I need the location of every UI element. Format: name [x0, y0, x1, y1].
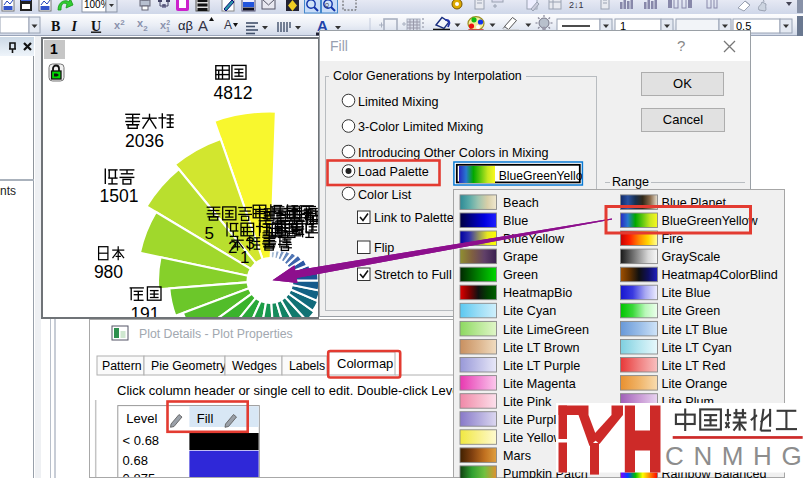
- svg-text:I: I: [71, 19, 78, 34]
- svg-text:2: 2: [228, 238, 237, 257]
- svg-text:4812: 4812: [214, 83, 253, 103]
- svg-text:BlueGreenYellow: BlueGreenYellow: [499, 169, 592, 183]
- svg-text:Fill: Fill: [196, 411, 213, 426]
- svg-text:Colormap: Colormap: [337, 356, 393, 371]
- svg-text:Pattern: Pattern: [102, 359, 142, 373]
- svg-text:5: 5: [205, 224, 214, 243]
- svg-text:x2: x2: [114, 18, 125, 31]
- svg-text:3-Color Limited Mixing: 3-Color Limited Mixing: [358, 120, 483, 134]
- svg-text:U: U: [91, 19, 101, 34]
- svg-text:A: A: [224, 18, 232, 32]
- svg-text:Q: Q: [325, 2, 329, 8]
- svg-text:Plot Details - Plot Properties: Plot Details - Plot Properties: [139, 327, 293, 341]
- svg-text:1: 1: [240, 248, 249, 267]
- svg-text:2036: 2036: [125, 131, 164, 151]
- svg-text:Wedges: Wedges: [232, 359, 277, 373]
- svg-text:αβ: αβ: [178, 18, 193, 33]
- svg-text:Limited Mixing: Limited Mixing: [358, 95, 439, 109]
- svg-text:Stretch to Full R: Stretch to Full R: [374, 268, 464, 282]
- svg-text:Load Palette: Load Palette: [358, 165, 429, 179]
- svg-text:Click column header or single: Click column header or single cell to ed…: [117, 383, 453, 398]
- svg-text:B: B: [51, 19, 60, 34]
- svg-text:Flip: Flip: [374, 241, 394, 255]
- svg-text:x21: x21: [160, 19, 170, 33]
- svg-text:A: A: [198, 17, 208, 34]
- svg-text:980: 980: [94, 262, 123, 282]
- svg-text:x2: x2: [137, 17, 148, 33]
- svg-text:Introducing Other Colors in Mi: Introducing Other Colors in Mixing: [358, 146, 548, 160]
- svg-text:Labels: Labels: [289, 359, 325, 373]
- svg-text:0.875: 0.875: [122, 471, 155, 478]
- svg-text:191: 191: [130, 304, 159, 317]
- svg-text:Level: Level: [126, 411, 157, 426]
- svg-text:1501: 1501: [100, 186, 139, 206]
- svg-text:Pie Geometry: Pie Geometry: [151, 359, 227, 373]
- svg-text:< 0.68: < 0.68: [122, 433, 159, 448]
- svg-text:Color List: Color List: [358, 188, 412, 202]
- svg-text:0.68: 0.68: [122, 453, 147, 468]
- svg-text:2↓1: 2↓1: [569, 0, 584, 10]
- svg-text:Range: Range: [612, 175, 649, 189]
- svg-text:Link to Palette/: Link to Palette/: [374, 211, 458, 225]
